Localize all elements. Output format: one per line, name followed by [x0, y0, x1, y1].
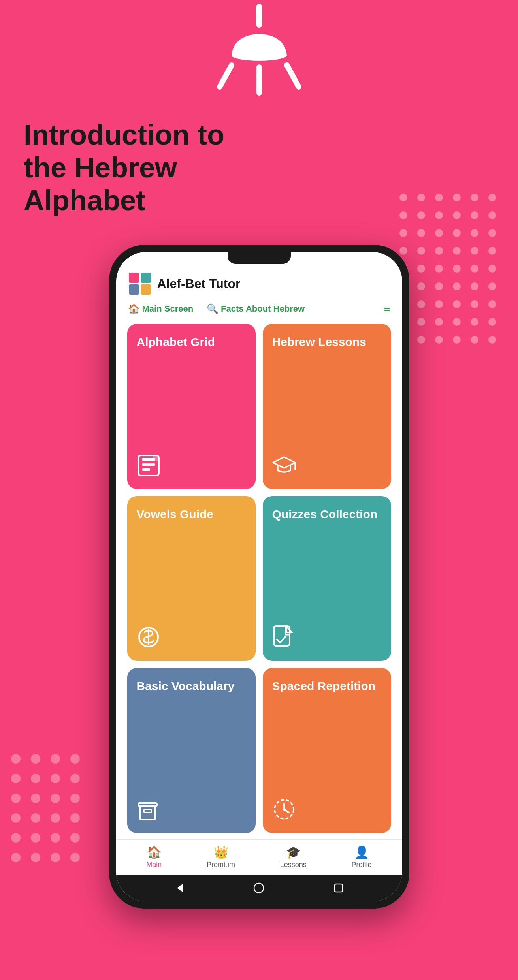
svg-point-37: [435, 282, 443, 290]
svg-point-6: [417, 194, 425, 201]
svg-point-19: [435, 229, 443, 237]
svg-rect-91: [153, 455, 159, 461]
profile-tab-icon: 👤: [354, 845, 369, 859]
svg-point-49: [435, 318, 443, 326]
svg-point-81: [51, 853, 60, 862]
svg-point-45: [471, 300, 478, 308]
svg-point-7: [435, 194, 443, 201]
svg-point-16: [488, 211, 496, 219]
svg-point-1: [232, 50, 287, 61]
tab-bar: 🏠 Main 👑 Premium 🎓 Lessons 👤 Profile: [116, 839, 402, 875]
svg-point-38: [453, 282, 461, 290]
tab-lessons-label: Lessons: [280, 861, 307, 869]
card-hebrew-lessons[interactable]: Hebrew Lessons: [263, 324, 391, 489]
phone-notch: [228, 252, 291, 264]
svg-point-42: [417, 300, 425, 308]
svg-point-61: [51, 754, 60, 764]
card-vowels-guide[interactable]: Vowels Guide: [127, 496, 256, 661]
lessons-tab-icon: 🎓: [286, 845, 301, 859]
svg-point-72: [31, 813, 40, 823]
home-tab-icon: 🏠: [147, 845, 161, 859]
svg-point-20: [453, 229, 461, 237]
back-button[interactable]: [172, 881, 186, 895]
svg-point-31: [435, 265, 443, 273]
hamburger-icon[interactable]: ≡: [384, 303, 390, 315]
svg-rect-95: [274, 626, 290, 646]
svg-rect-84: [141, 273, 151, 283]
phone-controls: [116, 875, 402, 901]
svg-point-67: [11, 794, 21, 803]
svg-point-28: [488, 247, 496, 255]
svg-point-44: [453, 300, 461, 308]
svg-point-24: [417, 247, 425, 255]
nav-facts[interactable]: 🔍 Facts About Hebrew: [207, 303, 305, 314]
tab-profile[interactable]: 👤 Profile: [352, 845, 372, 869]
svg-point-56: [453, 336, 461, 344]
svg-point-26: [453, 247, 461, 255]
nav-main-screen[interactable]: 🏠 Main Screen: [128, 303, 194, 314]
svg-point-25: [435, 247, 443, 255]
lamp-icon: [200, 0, 318, 111]
tab-main[interactable]: 🏠 Main: [146, 845, 162, 869]
svg-line-4: [287, 65, 299, 87]
home-icon: 🏠: [128, 303, 140, 314]
app-name: Alef-Bet Tutor: [157, 277, 241, 291]
dot-grid-right: [396, 190, 510, 356]
svg-point-21: [471, 229, 478, 237]
svg-point-58: [488, 336, 496, 344]
svg-marker-102: [177, 884, 183, 892]
card-quizzes-collection[interactable]: Quizzes Collection: [263, 496, 391, 661]
svg-point-5: [399, 194, 407, 201]
recents-button[interactable]: [332, 881, 346, 895]
card-vowels-guide-title: Vowels Guide: [137, 507, 246, 521]
card-alphabet-grid-title: Alphabet Grid: [137, 335, 246, 349]
svg-point-76: [31, 833, 40, 843]
svg-point-34: [488, 265, 496, 273]
svg-point-33: [471, 265, 478, 273]
card-basic-vocabulary[interactable]: Basic Vocabulary: [127, 668, 256, 833]
cards-grid: Alphabet Grid Hebrew Les: [116, 320, 402, 839]
svg-point-70: [70, 794, 80, 803]
svg-point-39: [471, 282, 478, 290]
nav-main-label: Main Screen: [142, 304, 194, 314]
svg-point-13: [435, 211, 443, 219]
svg-point-50: [453, 318, 461, 326]
svg-point-32: [453, 265, 461, 273]
svg-point-55: [435, 336, 443, 344]
svg-rect-104: [335, 884, 343, 892]
svg-point-43: [435, 300, 443, 308]
svg-point-75: [11, 833, 21, 843]
alphabet-grid-icon: [137, 455, 246, 481]
tab-lessons[interactable]: 🎓 Lessons: [280, 845, 307, 869]
svg-rect-86: [141, 284, 151, 295]
svg-marker-92: [273, 457, 295, 468]
svg-point-65: [51, 774, 60, 783]
svg-point-73: [51, 813, 60, 823]
tab-premium[interactable]: 👑 Premium: [207, 845, 235, 869]
basic-vocab-icon: [137, 798, 246, 825]
svg-point-103: [254, 883, 264, 893]
app-logo: [128, 272, 152, 295]
svg-rect-0: [256, 4, 262, 28]
vowels-guide-icon: [137, 625, 246, 653]
svg-point-80: [31, 853, 40, 862]
svg-point-52: [488, 318, 496, 326]
svg-point-63: [11, 774, 21, 783]
card-alphabet-grid[interactable]: Alphabet Grid: [127, 324, 256, 489]
svg-point-36: [417, 282, 425, 290]
card-spaced-rep-title: Spaced Repetition: [272, 679, 382, 693]
svg-point-48: [417, 318, 425, 326]
svg-point-69: [51, 794, 60, 803]
svg-point-12: [417, 211, 425, 219]
svg-point-78: [70, 833, 80, 843]
crown-tab-icon: 👑: [214, 845, 228, 859]
spaced-rep-icon: [272, 798, 382, 825]
phone-outer: Alef-Bet Tutor 🏠 Main Screen 🔍 Facts Abo…: [109, 245, 409, 909]
card-quizzes-title: Quizzes Collection: [272, 507, 382, 521]
home-button[interactable]: [252, 881, 266, 895]
svg-point-18: [417, 229, 425, 237]
card-spaced-repetition[interactable]: Spaced Repetition: [263, 668, 391, 833]
quizzes-icon: [272, 625, 382, 653]
svg-point-68: [31, 794, 40, 803]
hebrew-lessons-icon: [272, 455, 382, 481]
